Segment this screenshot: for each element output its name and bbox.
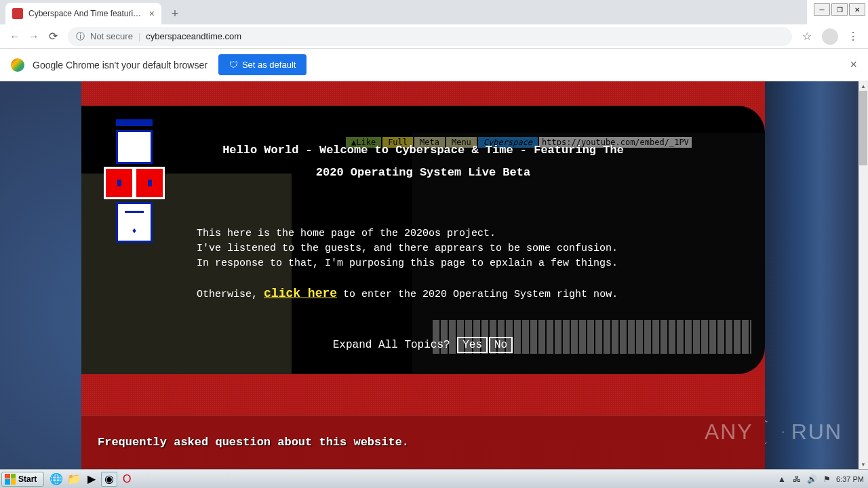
back-button[interactable]: ← <box>5 27 24 46</box>
tray-flag-icon[interactable]: ⚑ <box>821 474 832 485</box>
tray-volume-icon[interactable]: 🔊 <box>806 474 817 485</box>
hero-card: ▲Like Full Meta Menu Cyberspace https://… <box>81 106 765 374</box>
toolbar-right: ☆ ⋮ <box>797 27 863 46</box>
scroll-down-button[interactable]: ▼ <box>859 460 868 469</box>
otherwise-line: Otherwise, click here to enter the 2020 … <box>197 287 751 300</box>
tray-up-icon[interactable]: ▲ <box>776 474 787 485</box>
infobar-text: Google Chrome isn't your default browser <box>33 60 208 70</box>
security-label: Not secure <box>90 31 133 41</box>
new-tab-button[interactable]: + <box>165 4 184 23</box>
set-default-button[interactable]: 🛡 Set as default <box>218 54 307 75</box>
default-browser-infobar: Google Chrome isn't your default browser… <box>0 49 868 81</box>
vertical-scrollbar[interactable]: ▲ ▼ <box>859 81 868 469</box>
scroll-thumb[interactable] <box>859 91 867 165</box>
tab-favicon <box>12 8 23 19</box>
quicklaunch: 🌐 📁 ▶ ◉ O <box>48 472 135 487</box>
close-button[interactable]: ✕ <box>849 3 865 16</box>
bookmark-icon[interactable]: ☆ <box>797 27 816 46</box>
infobar-close-icon[interactable]: × <box>850 58 857 72</box>
page-viewport: ▲Like Full Meta Menu Cyberspace https://… <box>0 81 859 469</box>
ie-icon[interactable]: 🌐 <box>48 472 64 487</box>
expand-no-button[interactable]: No <box>489 337 513 353</box>
tab-close-icon[interactable]: × <box>149 8 155 19</box>
start-label: Start <box>18 474 37 484</box>
url-text: cyberspaceandtime.com <box>146 31 241 41</box>
profile-avatar[interactable] <box>822 28 838 45</box>
faq-text: Frequently asked question about this web… <box>98 436 409 449</box>
chrome-menu-icon[interactable]: ⋮ <box>844 27 863 46</box>
faq-bar: Frequently asked question about this web… <box>81 415 765 469</box>
expand-label: Expand All Topics? <box>333 339 450 351</box>
opera-icon[interactable]: O <box>119 472 135 487</box>
anyrun-run: RUN <box>791 420 842 445</box>
anyrun-any: ANY <box>705 420 753 445</box>
reload-button[interactable]: ⟳ <box>43 27 62 46</box>
intro-paragraph: This here is the home page of the 2020os… <box>197 226 751 270</box>
anyrun-watermark: ANY RUN <box>705 420 842 445</box>
tray-network-icon[interactable]: 🖧 <box>791 474 802 485</box>
hello-line-1: Hello World - Welcome to Cyberspace & Ti… <box>95 144 751 157</box>
click-here-link[interactable]: click here <box>264 287 337 300</box>
forward-button[interactable]: → <box>24 27 43 46</box>
play-icon <box>760 420 785 445</box>
info-icon: ⓘ <box>76 30 85 43</box>
windows-logo-icon <box>5 474 16 485</box>
system-tray: ▲ 🖧 🔊 ⚑ 6:37 PM <box>776 474 868 485</box>
browser-toolbar: ← → ⟳ ⓘ Not secure | cyberspaceandtime.c… <box>0 24 868 49</box>
hello-line-2: 2020 Operating System Live Beta <box>95 166 751 179</box>
chrome-icon <box>11 58 24 72</box>
set-default-label: Set as default <box>242 60 296 70</box>
chrome-taskbar-icon[interactable]: ◉ <box>101 472 117 487</box>
maximize-button[interactable]: ❐ <box>831 3 848 16</box>
otherwise-post: to enter the 2020 Operating System right… <box>337 289 618 300</box>
start-button[interactable]: Start <box>1 472 44 487</box>
minimize-button[interactable]: ─ <box>814 3 830 16</box>
shield-icon: 🛡 <box>229 60 238 70</box>
tab-title: Cyberspace And Time featuring the <box>28 9 145 18</box>
otherwise-pre: Otherwise, <box>197 289 264 300</box>
clock[interactable]: 6:37 PM <box>836 475 864 483</box>
tab-strip: Cyberspace And Time featuring the × + <box>0 0 807 24</box>
expand-row: Expand All Topics? YesNo <box>95 337 751 353</box>
red-panel: ▲Like Full Meta Menu Cyberspace https://… <box>81 81 765 469</box>
window-controls: ─ ❐ ✕ <box>807 0 868 19</box>
card-content: Hello World - Welcome to Cyberspace & Ti… <box>95 144 751 353</box>
browser-tab[interactable]: Cyberspace And Time featuring the × <box>5 3 161 24</box>
address-bar[interactable]: ⓘ Not secure | cyberspaceandtime.com <box>68 27 792 46</box>
scroll-up-button[interactable]: ▲ <box>859 81 868 91</box>
expand-yes-button[interactable]: Yes <box>457 337 488 353</box>
taskbar: Start 🌐 📁 ▶ ◉ O ▲ 🖧 🔊 ⚑ 6:37 PM <box>0 469 868 488</box>
separator: | <box>138 31 140 41</box>
media-icon[interactable]: ▶ <box>83 472 100 487</box>
explorer-icon[interactable]: 📁 <box>66 472 82 487</box>
